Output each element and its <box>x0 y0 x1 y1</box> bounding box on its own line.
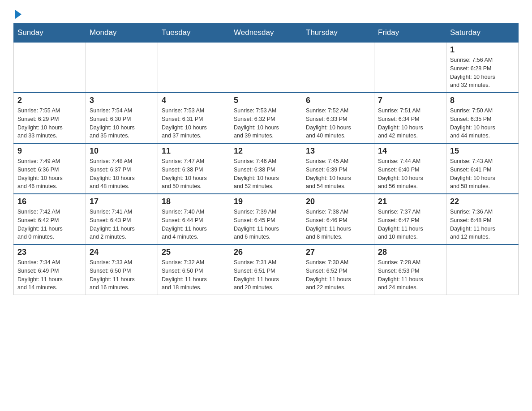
day-info: Sunrise: 7:40 AM Sunset: 6:44 PM Dayligh… <box>162 208 226 241</box>
day-of-week-header: Saturday <box>446 24 519 43</box>
day-number: 18 <box>162 197 226 206</box>
calendar-cell: 13Sunrise: 7:45 AM Sunset: 6:39 PM Dayli… <box>302 143 374 194</box>
day-number: 10 <box>90 146 154 156</box>
day-of-week-header: Sunday <box>14 24 86 43</box>
day-number: 12 <box>234 146 298 156</box>
day-info: Sunrise: 7:45 AM Sunset: 6:39 PM Dayligh… <box>306 157 370 191</box>
day-info: Sunrise: 7:55 AM Sunset: 6:29 PM Dayligh… <box>17 107 82 140</box>
day-number: 7 <box>378 96 442 105</box>
day-info: Sunrise: 7:33 AM Sunset: 6:50 PM Dayligh… <box>90 258 154 292</box>
day-info: Sunrise: 7:32 AM Sunset: 6:50 PM Dayligh… <box>162 258 226 292</box>
calendar-cell: 11Sunrise: 7:47 AM Sunset: 6:38 PM Dayli… <box>158 143 230 194</box>
day-number: 4 <box>162 96 226 105</box>
day-number: 5 <box>234 96 298 105</box>
day-info: Sunrise: 7:41 AM Sunset: 6:43 PM Dayligh… <box>90 208 154 241</box>
calendar-cell: 7Sunrise: 7:51 AM Sunset: 6:34 PM Daylig… <box>374 93 446 143</box>
calendar-cell: 10Sunrise: 7:48 AM Sunset: 6:37 PM Dayli… <box>86 143 158 194</box>
day-number: 11 <box>162 146 226 156</box>
calendar-cell: 14Sunrise: 7:44 AM Sunset: 6:40 PM Dayli… <box>374 143 446 194</box>
calendar-cell: 20Sunrise: 7:38 AM Sunset: 6:46 PM Dayli… <box>302 194 374 244</box>
day-number: 17 <box>90 197 154 206</box>
day-info: Sunrise: 7:43 AM Sunset: 6:41 PM Dayligh… <box>450 157 515 191</box>
day-number: 27 <box>306 248 370 257</box>
calendar-cell: 2Sunrise: 7:55 AM Sunset: 6:29 PM Daylig… <box>14 93 86 143</box>
calendar-cell: 5Sunrise: 7:53 AM Sunset: 6:32 PM Daylig… <box>230 93 302 143</box>
day-number: 20 <box>306 197 370 206</box>
calendar-cell: 9Sunrise: 7:49 AM Sunset: 6:36 PM Daylig… <box>14 143 86 194</box>
day-number: 6 <box>306 96 370 105</box>
day-info: Sunrise: 7:52 AM Sunset: 6:33 PM Dayligh… <box>306 107 370 140</box>
calendar-cell <box>158 42 230 93</box>
calendar-week-row: 1Sunrise: 7:56 AM Sunset: 6:28 PM Daylig… <box>14 42 519 93</box>
day-number: 24 <box>90 248 154 257</box>
calendar-cell: 1Sunrise: 7:56 AM Sunset: 6:28 PM Daylig… <box>446 42 519 93</box>
day-number: 9 <box>17 146 82 156</box>
calendar-cell: 12Sunrise: 7:46 AM Sunset: 6:38 PM Dayli… <box>230 143 302 194</box>
calendar-cell: 24Sunrise: 7:33 AM Sunset: 6:50 PM Dayli… <box>86 244 158 295</box>
day-info: Sunrise: 7:39 AM Sunset: 6:45 PM Dayligh… <box>234 208 298 241</box>
day-of-week-header: Monday <box>86 24 158 43</box>
day-of-week-header: Thursday <box>302 24 374 43</box>
day-number: 8 <box>450 96 515 105</box>
calendar-cell: 22Sunrise: 7:36 AM Sunset: 6:48 PM Dayli… <box>446 194 519 244</box>
calendar-cell: 16Sunrise: 7:42 AM Sunset: 6:42 PM Dayli… <box>14 194 86 244</box>
day-info: Sunrise: 7:51 AM Sunset: 6:34 PM Dayligh… <box>378 107 442 140</box>
day-info: Sunrise: 7:42 AM Sunset: 6:42 PM Dayligh… <box>17 208 82 241</box>
calendar-cell: 3Sunrise: 7:54 AM Sunset: 6:30 PM Daylig… <box>86 93 158 143</box>
calendar-cell: 18Sunrise: 7:40 AM Sunset: 6:44 PM Dayli… <box>158 194 230 244</box>
calendar-cell: 4Sunrise: 7:53 AM Sunset: 6:31 PM Daylig… <box>158 93 230 143</box>
logo <box>13 9 21 19</box>
day-number: 23 <box>17 248 82 257</box>
day-number: 13 <box>306 146 370 156</box>
calendar-cell: 28Sunrise: 7:28 AM Sunset: 6:53 PM Dayli… <box>374 244 446 295</box>
calendar-cell: 27Sunrise: 7:30 AM Sunset: 6:52 PM Dayli… <box>302 244 374 295</box>
day-info: Sunrise: 7:53 AM Sunset: 6:32 PM Dayligh… <box>234 107 298 140</box>
calendar-cell: 6Sunrise: 7:52 AM Sunset: 6:33 PM Daylig… <box>302 93 374 143</box>
day-number: 25 <box>162 248 226 257</box>
calendar-week-row: 16Sunrise: 7:42 AM Sunset: 6:42 PM Dayli… <box>14 194 519 244</box>
page-header <box>13 9 519 19</box>
day-number: 26 <box>234 248 298 257</box>
day-of-week-header: Tuesday <box>158 24 230 43</box>
day-info: Sunrise: 7:28 AM Sunset: 6:53 PM Dayligh… <box>378 258 442 292</box>
day-info: Sunrise: 7:56 AM Sunset: 6:28 PM Dayligh… <box>450 56 515 90</box>
day-number: 1 <box>450 45 515 55</box>
day-number: 3 <box>90 96 154 105</box>
calendar-cell: 21Sunrise: 7:37 AM Sunset: 6:47 PM Dayli… <box>374 194 446 244</box>
day-number: 22 <box>450 197 515 206</box>
calendar-cell: 15Sunrise: 7:43 AM Sunset: 6:41 PM Dayli… <box>446 143 519 194</box>
day-info: Sunrise: 7:47 AM Sunset: 6:38 PM Dayligh… <box>162 157 226 191</box>
day-info: Sunrise: 7:44 AM Sunset: 6:40 PM Dayligh… <box>378 157 442 191</box>
day-info: Sunrise: 7:30 AM Sunset: 6:52 PM Dayligh… <box>306 258 370 292</box>
calendar-cell: 25Sunrise: 7:32 AM Sunset: 6:50 PM Dayli… <box>158 244 230 295</box>
day-number: 2 <box>17 96 82 105</box>
calendar-cell: 23Sunrise: 7:34 AM Sunset: 6:49 PM Dayli… <box>14 244 86 295</box>
day-info: Sunrise: 7:31 AM Sunset: 6:51 PM Dayligh… <box>234 258 298 292</box>
calendar-table: SundayMondayTuesdayWednesdayThursdayFrid… <box>13 23 519 295</box>
day-number: 16 <box>17 197 82 206</box>
calendar-cell <box>302 42 374 93</box>
calendar-cell <box>14 42 86 93</box>
day-number: 19 <box>234 197 298 206</box>
day-info: Sunrise: 7:38 AM Sunset: 6:46 PM Dayligh… <box>306 208 370 241</box>
day-number: 21 <box>378 197 442 206</box>
day-info: Sunrise: 7:53 AM Sunset: 6:31 PM Dayligh… <box>162 107 226 140</box>
calendar-week-row: 9Sunrise: 7:49 AM Sunset: 6:36 PM Daylig… <box>14 143 519 194</box>
day-info: Sunrise: 7:46 AM Sunset: 6:38 PM Dayligh… <box>234 157 298 191</box>
day-number: 14 <box>378 146 442 156</box>
day-info: Sunrise: 7:50 AM Sunset: 6:35 PM Dayligh… <box>450 107 515 140</box>
day-info: Sunrise: 7:49 AM Sunset: 6:36 PM Dayligh… <box>17 157 82 191</box>
calendar-week-row: 2Sunrise: 7:55 AM Sunset: 6:29 PM Daylig… <box>14 93 519 143</box>
day-info: Sunrise: 7:37 AM Sunset: 6:47 PM Dayligh… <box>378 208 442 241</box>
day-info: Sunrise: 7:48 AM Sunset: 6:37 PM Dayligh… <box>90 157 154 191</box>
calendar-cell: 8Sunrise: 7:50 AM Sunset: 6:35 PM Daylig… <box>446 93 519 143</box>
logo-arrow-icon <box>15 10 21 19</box>
calendar-week-row: 23Sunrise: 7:34 AM Sunset: 6:49 PM Dayli… <box>14 244 519 295</box>
day-info: Sunrise: 7:36 AM Sunset: 6:48 PM Dayligh… <box>450 208 515 241</box>
calendar-cell: 17Sunrise: 7:41 AM Sunset: 6:43 PM Dayli… <box>86 194 158 244</box>
calendar-header-row: SundayMondayTuesdayWednesdayThursdayFrid… <box>14 24 519 43</box>
day-info: Sunrise: 7:54 AM Sunset: 6:30 PM Dayligh… <box>90 107 154 140</box>
calendar-cell <box>446 244 519 295</box>
day-info: Sunrise: 7:34 AM Sunset: 6:49 PM Dayligh… <box>17 258 82 292</box>
calendar-cell <box>374 42 446 93</box>
